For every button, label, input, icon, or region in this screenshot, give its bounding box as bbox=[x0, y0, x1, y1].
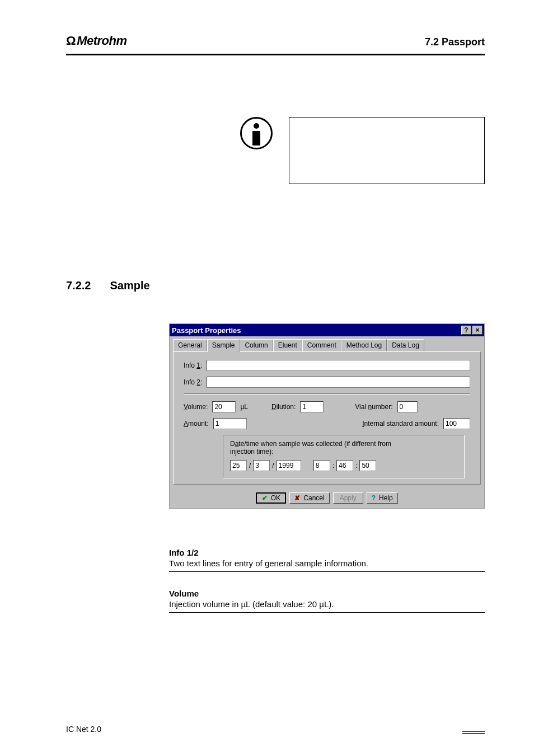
section-title: Sample bbox=[110, 279, 149, 292]
descr-rule-2 bbox=[169, 612, 485, 613]
cancel-button[interactable]: ✘Cancel bbox=[289, 492, 329, 504]
volume-input[interactable] bbox=[212, 401, 236, 412]
apply-button[interactable]: Apply bbox=[333, 492, 363, 504]
info1-label: Info 1: bbox=[184, 361, 202, 369]
section-number: 7.2.2 bbox=[66, 279, 91, 292]
header-rule bbox=[66, 54, 485, 55]
info2-label: Info 2: bbox=[184, 378, 202, 386]
tab-comment[interactable]: Comment bbox=[302, 339, 341, 351]
tab-data-log[interactable]: Data Log bbox=[387, 339, 424, 351]
time-sep-1: : bbox=[332, 462, 334, 469]
istd-label: Internal standard amount: bbox=[362, 420, 439, 428]
x-icon: ✘ bbox=[294, 494, 300, 502]
titlebar-close-button[interactable]: × bbox=[472, 326, 483, 335]
info1-input[interactable] bbox=[207, 360, 470, 371]
info2-input[interactable] bbox=[207, 377, 470, 388]
descr-vol-label: Volume bbox=[169, 589, 485, 598]
time-sep-2: : bbox=[355, 462, 357, 469]
vial-label: Vial number: bbox=[355, 403, 392, 411]
footer-left: IC Net 2.0 bbox=[66, 725, 101, 734]
time-hour-input[interactable] bbox=[313, 460, 330, 471]
time-sec-input[interactable] bbox=[359, 460, 376, 471]
volume-label: Volume: bbox=[184, 403, 208, 411]
info-icon bbox=[240, 117, 273, 149]
titlebar-help-button[interactable]: ? bbox=[461, 326, 471, 335]
date-sep-2: / bbox=[272, 462, 274, 469]
tab-method-log[interactable]: Method Log bbox=[341, 339, 387, 351]
help-button[interactable]: ?Help bbox=[367, 492, 398, 504]
volume-unit: µL bbox=[240, 403, 248, 411]
tab-general[interactable]: General bbox=[173, 339, 207, 351]
brand-name: Metrohm bbox=[77, 34, 127, 48]
dialog-title: Passport Properties bbox=[172, 326, 460, 335]
brand-logo: ΩMetrohm bbox=[66, 34, 127, 48]
brand-omega-icon: Ω bbox=[66, 34, 76, 48]
amount-label: Amount: bbox=[184, 420, 209, 428]
time-min-input[interactable] bbox=[336, 460, 353, 471]
descr-vol-text: Injection volume in µL (default value: 2… bbox=[169, 599, 485, 609]
tab-column[interactable]: Column bbox=[240, 339, 273, 351]
amount-input[interactable] bbox=[213, 418, 247, 429]
date-day-input[interactable] bbox=[230, 460, 247, 471]
date-sep-1: / bbox=[249, 462, 251, 469]
dilution-input[interactable] bbox=[300, 401, 324, 412]
dilution-label: Dilution: bbox=[271, 403, 296, 411]
dialog-separator-1 bbox=[184, 393, 470, 395]
vial-number-input[interactable] bbox=[397, 401, 418, 412]
date-year-input[interactable] bbox=[277, 460, 301, 471]
descr-info-label: Info 1/2 bbox=[169, 548, 485, 557]
date-month-input[interactable] bbox=[253, 460, 270, 471]
istd-input[interactable] bbox=[443, 418, 470, 429]
descr-info-text: Two text lines for entry of general samp… bbox=[169, 558, 485, 568]
footer-page-marks bbox=[462, 731, 485, 734]
info-callout-box bbox=[289, 117, 485, 184]
ok-button[interactable]: ✔OK bbox=[256, 492, 286, 504]
check-icon: ✔ bbox=[262, 494, 268, 502]
tab-sample[interactable]: Sample bbox=[207, 339, 240, 352]
descr-rule-1 bbox=[169, 571, 485, 572]
date-time-caption: Date/time when sample was collected (if … bbox=[230, 440, 409, 456]
date-time-group: Date/time when sample was collected (if … bbox=[223, 435, 465, 478]
passport-properties-dialog: Passport Properties ? × General Sample C… bbox=[169, 323, 485, 509]
section-right: 7.2 Passport bbox=[425, 36, 485, 48]
tab-eluent[interactable]: Eluent bbox=[273, 339, 302, 351]
question-icon: ? bbox=[372, 494, 376, 502]
